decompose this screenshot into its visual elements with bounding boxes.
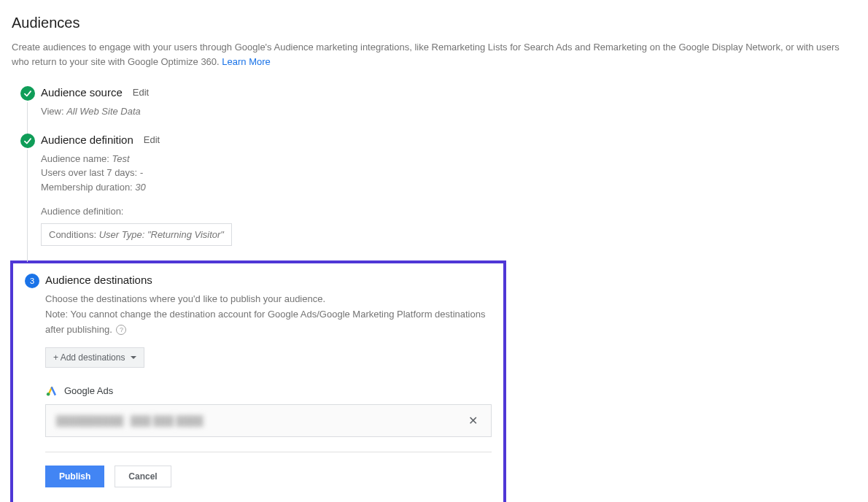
check-icon xyxy=(20,134,35,148)
publish-button[interactable]: Publish xyxy=(45,466,104,487)
audience-def-label: Audience definition: xyxy=(41,204,856,219)
desc-line1: Choose the destinations where you'd like… xyxy=(45,293,325,304)
view-label: View: xyxy=(41,106,66,117)
svg-point-0 xyxy=(47,393,50,396)
step-audience-destinations: 3 Audience destinations Choose the desti… xyxy=(25,274,492,487)
steps-container: Audience source Edit View: All Web Site … xyxy=(12,86,856,502)
users-label: Users over last 7 days: xyxy=(41,167,140,178)
audience-def-box: Conditions: User Type: "Returning Visito… xyxy=(41,223,232,247)
step-source-title: Audience source xyxy=(41,86,123,99)
google-ads-icon xyxy=(45,384,58,397)
audience-name-label: Audience name: xyxy=(41,153,112,164)
edit-source-link[interactable]: Edit xyxy=(133,87,149,98)
users-value: - xyxy=(140,167,143,178)
step-audience-definition: Audience definition Edit Audience name: … xyxy=(20,134,856,247)
remove-destination-icon[interactable]: ✕ xyxy=(465,412,481,429)
audience-name-value: Test xyxy=(112,153,130,164)
step-number-badge: 3 xyxy=(25,274,39,288)
step-definition-title: Audience definition xyxy=(41,134,133,146)
page-description-text: Create audiences to engage with your use… xyxy=(12,42,840,67)
conditions-label: Conditions: xyxy=(49,229,99,240)
page-title: Audiences xyxy=(12,15,856,31)
destinations-description: Choose the destinations where you'd like… xyxy=(45,292,490,337)
duration-label: Membership duration: xyxy=(41,182,135,193)
view-value: All Web Site Data xyxy=(66,106,141,117)
add-destinations-label: + Add destinations xyxy=(53,352,125,363)
duration-value: 30 xyxy=(135,182,145,193)
conditions-value: User Type: "Returning Visitor" xyxy=(99,229,224,240)
destination-item: █████████████ ███ ████ ✕ xyxy=(45,404,492,437)
edit-definition-link[interactable]: Edit xyxy=(144,134,160,145)
button-row: Publish Cancel xyxy=(45,452,492,487)
highlighted-step-box: 3 Audience destinations Choose the desti… xyxy=(10,260,506,502)
destination-item-text: █████████████ ███ ████ xyxy=(56,415,203,426)
add-destinations-button[interactable]: + Add destinations xyxy=(45,347,144,368)
page-description: Create audiences to engage with your use… xyxy=(12,40,850,69)
google-ads-label: Google Ads xyxy=(64,385,113,396)
step-destinations-title: Audience destinations xyxy=(45,274,152,286)
help-icon[interactable]: ? xyxy=(116,325,126,335)
step-audience-source: Audience source Edit View: All Web Site … xyxy=(20,86,856,119)
cancel-button[interactable]: Cancel xyxy=(115,466,171,487)
learn-more-link[interactable]: Learn More xyxy=(222,56,270,67)
destination-google-ads: Google Ads █████████████ ███ ████ ✕ xyxy=(45,384,492,437)
check-icon xyxy=(20,86,35,101)
desc-line2: Note: You cannot change the destination … xyxy=(45,309,485,335)
chevron-down-icon xyxy=(131,356,136,359)
